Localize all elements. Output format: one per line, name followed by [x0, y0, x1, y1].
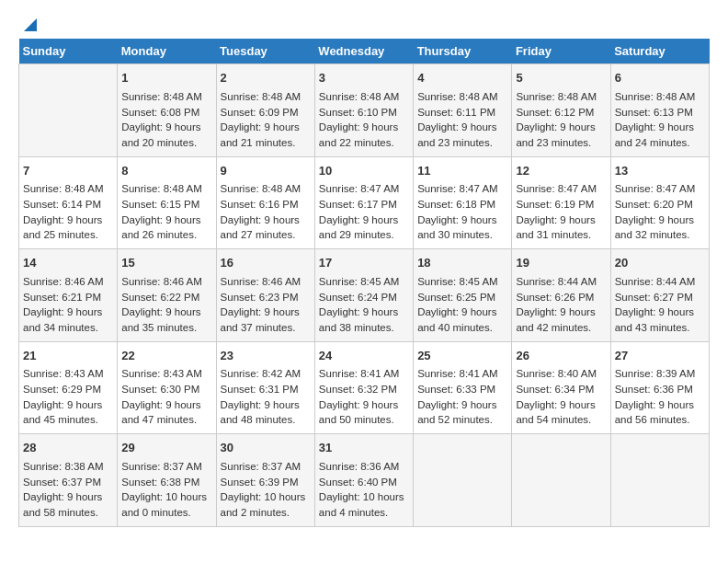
day-number: 27 [615, 348, 705, 365]
svg-marker-0 [24, 18, 37, 31]
calendar-table: SundayMondayTuesdayWednesdayThursdayFrid… [18, 39, 710, 527]
calendar-cell: 16Sunrise: 8:46 AMSunset: 6:23 PMDayligh… [216, 249, 314, 342]
daylight-text: Daylight: 9 hours and 42 minutes. [516, 306, 595, 333]
daylight-text: Daylight: 9 hours and 56 minutes. [615, 399, 694, 426]
calendar-cell: 30Sunrise: 8:37 AMSunset: 6:39 PMDayligh… [216, 434, 314, 527]
daylight-text: Daylight: 9 hours and 24 minutes. [615, 121, 694, 148]
day-number: 12 [516, 163, 606, 180]
sunrise-text: Sunrise: 8:45 AM [319, 276, 400, 287]
day-number: 13 [615, 163, 705, 180]
calendar-cell: 3Sunrise: 8:48 AMSunset: 6:10 PMDaylight… [314, 64, 413, 157]
sunset-text: Sunset: 6:39 PM [221, 477, 299, 488]
calendar-cell: 24Sunrise: 8:41 AMSunset: 6:32 PMDayligh… [314, 341, 413, 434]
sunset-text: Sunset: 6:23 PM [221, 292, 299, 303]
sunrise-text: Sunrise: 8:48 AM [221, 91, 301, 102]
sunrise-text: Sunrise: 8:44 AM [615, 276, 696, 287]
day-number: 29 [121, 440, 211, 457]
day-number: 21 [23, 348, 113, 365]
header-cell-wednesday: Wednesday [314, 39, 413, 64]
sunset-text: Sunset: 6:18 PM [417, 199, 495, 210]
sunrise-text: Sunrise: 8:48 AM [221, 183, 301, 194]
calendar-cell [414, 434, 512, 527]
sunset-text: Sunset: 6:09 PM [221, 107, 299, 118]
sunrise-text: Sunrise: 8:37 AM [121, 461, 202, 472]
calendar-cell: 20Sunrise: 8:44 AMSunset: 6:27 PMDayligh… [610, 249, 709, 342]
sunrise-text: Sunrise: 8:47 AM [319, 183, 400, 194]
sunset-text: Sunset: 6:36 PM [615, 384, 693, 395]
day-number: 19 [516, 255, 606, 272]
daylight-text: Daylight: 9 hours and 32 minutes. [615, 214, 694, 241]
daylight-text: Daylight: 9 hours and 37 minutes. [221, 306, 300, 333]
header-cell-sunday: Sunday [19, 39, 118, 64]
daylight-text: Daylight: 9 hours and 48 minutes. [221, 399, 300, 426]
calendar-cell: 26Sunrise: 8:40 AMSunset: 6:34 PMDayligh… [512, 341, 610, 434]
sunset-text: Sunset: 6:27 PM [615, 292, 693, 303]
day-number: 11 [417, 163, 507, 180]
sunrise-text: Sunrise: 8:48 AM [23, 183, 104, 194]
daylight-text: Daylight: 9 hours and 21 minutes. [221, 121, 300, 148]
calendar-cell: 12Sunrise: 8:47 AMSunset: 6:19 PMDayligh… [512, 156, 610, 249]
day-number: 17 [319, 255, 409, 272]
day-number: 5 [516, 70, 606, 87]
sunrise-text: Sunrise: 8:43 AM [23, 368, 104, 379]
daylight-text: Daylight: 9 hours and 35 minutes. [121, 306, 200, 333]
sunset-text: Sunset: 6:11 PM [417, 107, 495, 118]
calendar-cell: 22Sunrise: 8:43 AMSunset: 6:30 PMDayligh… [118, 341, 216, 434]
sunset-text: Sunset: 6:29 PM [23, 384, 101, 395]
sunrise-text: Sunrise: 8:48 AM [121, 183, 202, 194]
header-row: SundayMondayTuesdayWednesdayThursdayFrid… [19, 39, 710, 64]
sunset-text: Sunset: 6:24 PM [319, 292, 397, 303]
day-number: 2 [221, 70, 311, 87]
daylight-text: Daylight: 9 hours and 47 minutes. [121, 399, 200, 426]
sunset-text: Sunset: 6:22 PM [121, 292, 199, 303]
sunset-text: Sunset: 6:33 PM [417, 384, 495, 395]
week-row-4: 21Sunrise: 8:43 AMSunset: 6:29 PMDayligh… [19, 341, 710, 434]
sunset-text: Sunset: 6:13 PM [615, 107, 693, 118]
sunrise-text: Sunrise: 8:43 AM [121, 368, 202, 379]
sunrise-text: Sunrise: 8:48 AM [121, 91, 202, 102]
daylight-text: Daylight: 9 hours and 26 minutes. [121, 214, 200, 241]
day-number: 22 [121, 348, 211, 365]
sunset-text: Sunset: 6:40 PM [319, 477, 397, 488]
header-cell-monday: Monday [118, 39, 216, 64]
day-number: 26 [516, 348, 606, 365]
daylight-text: Daylight: 9 hours and 27 minutes. [221, 214, 300, 241]
daylight-text: Daylight: 9 hours and 29 minutes. [319, 214, 398, 241]
day-number: 16 [221, 255, 311, 272]
day-number: 30 [221, 440, 311, 457]
sunrise-text: Sunrise: 8:48 AM [417, 91, 498, 102]
sunrise-text: Sunrise: 8:46 AM [221, 276, 301, 287]
sunrise-text: Sunrise: 8:45 AM [417, 276, 498, 287]
day-number: 15 [121, 255, 211, 272]
calendar-cell [610, 434, 709, 527]
daylight-text: Daylight: 9 hours and 58 minutes. [23, 491, 102, 518]
day-number: 23 [221, 348, 311, 365]
day-number: 10 [319, 163, 409, 180]
day-number: 9 [221, 163, 311, 180]
daylight-text: Daylight: 10 hours and 2 minutes. [221, 491, 306, 518]
sunrise-text: Sunrise: 8:41 AM [319, 368, 400, 379]
sunset-text: Sunset: 6:20 PM [615, 199, 693, 210]
sunset-text: Sunset: 6:17 PM [319, 199, 397, 210]
week-row-2: 7Sunrise: 8:48 AMSunset: 6:14 PMDaylight… [19, 156, 710, 249]
day-number: 6 [615, 70, 705, 87]
calendar-cell: 2Sunrise: 8:48 AMSunset: 6:09 PMDaylight… [216, 64, 314, 157]
sunset-text: Sunset: 6:34 PM [516, 384, 594, 395]
sunset-text: Sunset: 6:30 PM [121, 384, 199, 395]
daylight-text: Daylight: 9 hours and 40 minutes. [417, 306, 496, 333]
sunrise-text: Sunrise: 8:46 AM [23, 276, 104, 287]
calendar-cell: 29Sunrise: 8:37 AMSunset: 6:38 PMDayligh… [118, 434, 216, 527]
sunset-text: Sunset: 6:12 PM [516, 107, 594, 118]
sunset-text: Sunset: 6:08 PM [121, 107, 199, 118]
daylight-text: Daylight: 9 hours and 23 minutes. [417, 121, 496, 148]
day-number: 1 [121, 70, 211, 87]
sunrise-text: Sunrise: 8:36 AM [319, 461, 400, 472]
day-number: 3 [319, 70, 409, 87]
daylight-text: Daylight: 9 hours and 22 minutes. [319, 121, 398, 148]
day-number: 25 [417, 348, 507, 365]
sunrise-text: Sunrise: 8:39 AM [615, 368, 696, 379]
calendar-cell: 14Sunrise: 8:46 AMSunset: 6:21 PMDayligh… [19, 249, 118, 342]
sunset-text: Sunset: 6:37 PM [23, 477, 101, 488]
logo-arrow-icon [20, 15, 40, 35]
daylight-text: Daylight: 9 hours and 50 minutes. [319, 399, 398, 426]
